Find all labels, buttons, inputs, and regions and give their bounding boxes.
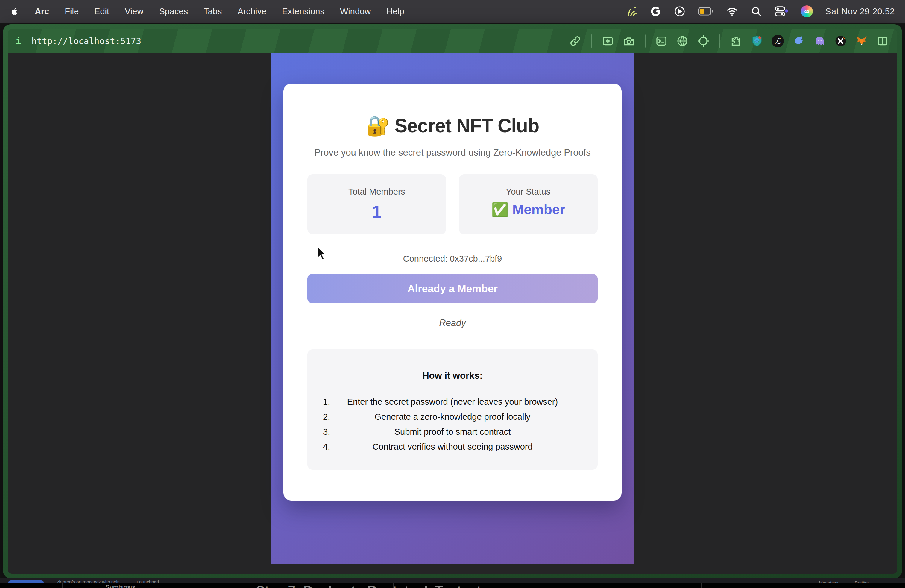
media-icon[interactable] (601, 34, 615, 48)
split-view-icon[interactable] (876, 34, 889, 48)
vscode-mid-label: Launchpad (137, 579, 159, 583)
menu-view[interactable]: View (125, 6, 143, 16)
document-heading: Step 7: Deploy to Rootstock Testnet (256, 583, 481, 588)
vscode-status-bar: zk proofs on rootstock with noir Launchp… (0, 578, 905, 583)
script-l-extension-icon[interactable]: ℒ (771, 34, 785, 48)
battery-icon[interactable] (698, 5, 713, 17)
browser-toolbar: i http://localhost:5173 (8, 29, 897, 53)
play-circle-icon[interactable] (674, 5, 685, 17)
status-text: Ready (307, 318, 598, 329)
strip-divider (62, 583, 62, 588)
list-item: 2.Generate a zero-knowledge proof locall… (307, 409, 598, 424)
list-item: 1.Enter the secret password (never leave… (307, 394, 598, 409)
document-tab-label: Symbiosis (105, 583, 135, 588)
extensions-puzzle-icon[interactable] (729, 34, 743, 48)
wifi-icon[interactable] (726, 5, 738, 17)
mouse-cursor (316, 245, 330, 262)
phantom-wallet-icon[interactable] (813, 34, 827, 48)
camera-icon[interactable] (622, 34, 636, 48)
metamask-icon[interactable] (855, 34, 868, 48)
menu-bar-clock[interactable]: Sat Nov 29 20:52 (826, 6, 895, 16)
menu-window[interactable]: Window (340, 6, 371, 16)
main-card: 🔐 Secret NFT Club Prove you know the sec… (283, 84, 622, 501)
x-extension-icon[interactable] (834, 34, 848, 48)
strip-divider (393, 583, 394, 588)
app-chart-icon[interactable] (626, 5, 637, 17)
menu-archive[interactable]: Archive (237, 6, 266, 16)
secret-nft-club-page: 🔐 Secret NFT Club Prove you know the sec… (272, 53, 634, 564)
vscode-branch-label: zk proofs on rootstock with noir (57, 579, 119, 583)
vscode-language-label: Markdown (819, 580, 840, 583)
terminal-icon[interactable] (654, 34, 668, 48)
your-status-box: Your Status ✅ Member (459, 174, 598, 234)
menu-spaces[interactable]: Spaces (159, 6, 188, 16)
list-item: 3.Submit proof to smart contract (307, 424, 598, 439)
vscode-formatter-label: Prettier (855, 580, 869, 583)
strip-divider (702, 583, 702, 588)
control-center-icon[interactable] (775, 5, 788, 17)
infinity-app-icon[interactable]: ∞ (801, 5, 813, 17)
menu-file[interactable]: File (65, 6, 79, 16)
arc-browser-window: i http://localhost:5173 (3, 24, 902, 578)
list-item: 4.Contract verifies without seeing passw… (307, 439, 598, 454)
page-title: 🔐 Secret NFT Club (307, 114, 598, 137)
total-members-label: Total Members (307, 187, 446, 197)
url-text[interactable]: http://localhost:5173 (32, 36, 141, 46)
browser-viewport: 🔐 Secret NFT Club Prove you know the sec… (8, 53, 897, 574)
desktop: Arc File Edit View Spaces Tabs Archive E… (0, 0, 905, 588)
site-info-icon[interactable]: i (16, 35, 21, 47)
crosshair-icon[interactable] (696, 34, 710, 48)
already-member-button[interactable]: Already a Member (307, 274, 598, 303)
rabby-wallet-icon[interactable] (792, 34, 806, 48)
apple-menu-icon[interactable] (10, 7, 19, 16)
menu-bar: Arc File Edit View Spaces Tabs Archive E… (0, 0, 905, 23)
menu-tabs[interactable]: Tabs (203, 6, 222, 16)
toolbar-divider (719, 35, 720, 48)
shield-extension-icon[interactable] (750, 34, 764, 48)
total-members-value: 1 (307, 202, 446, 222)
how-it-works-box: How it works: 1.Enter the secret passwor… (307, 350, 598, 470)
link-icon[interactable] (568, 34, 582, 48)
background-window-strip[interactable]: zk proofs on rootstock with noir Launchp… (0, 578, 905, 588)
globe-icon[interactable] (675, 34, 689, 48)
how-it-works-title: How it works: (307, 370, 598, 381)
your-status-label: Your Status (459, 187, 598, 197)
grammarly-icon[interactable] (650, 5, 661, 17)
connected-address: Connected: 0x37cb...7bf9 (307, 254, 598, 264)
your-status-value: ✅ Member (459, 202, 598, 218)
toolbar-divider (591, 35, 592, 48)
menu-arc[interactable]: Arc (35, 6, 49, 16)
document-strip: Symbiosis Step 7: Deploy to Rootstock Te… (0, 583, 905, 588)
url-bar[interactable]: i http://localhost:5173 (16, 35, 141, 47)
menu-help[interactable]: Help (386, 6, 404, 16)
menu-extensions[interactable]: Extensions (282, 6, 324, 16)
stats-row: Total Members 1 Your Status ✅ Member (307, 174, 598, 234)
toolbar-divider (645, 35, 646, 48)
search-icon[interactable] (751, 5, 762, 17)
menu-edit[interactable]: Edit (94, 6, 109, 16)
total-members-box: Total Members 1 (307, 174, 446, 234)
page-subtitle: Prove you know the secret password using… (307, 147, 598, 158)
how-it-works-list: 1.Enter the secret password (never leave… (307, 394, 598, 454)
